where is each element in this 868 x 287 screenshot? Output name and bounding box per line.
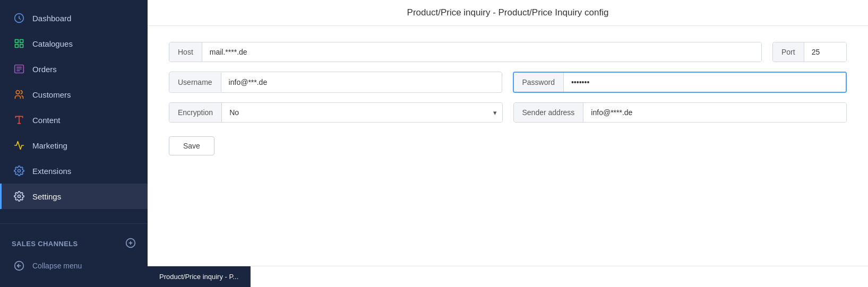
- sidebar-item-extensions-label: Extensions: [32, 167, 71, 176]
- svg-point-14: [18, 170, 21, 172]
- host-port-row: Host Port: [169, 42, 847, 62]
- main-content: Product/Price inquiry - Product/Price In…: [148, 0, 868, 287]
- sidebar-item-content[interactable]: Content: [0, 107, 148, 133]
- sidebar-item-customers-label: Customers: [32, 90, 71, 99]
- svg-point-11: [16, 91, 20, 94]
- collapse-menu-label: Collapse menu: [32, 262, 82, 270]
- tab-bar: Product/Price inquiry - P...: [148, 266, 868, 287]
- add-sales-channel-button[interactable]: [125, 238, 136, 250]
- sidebar-item-dashboard-label: Dashboard: [32, 14, 71, 23]
- settings-icon: [13, 190, 25, 202]
- sender-address-label: Sender address: [514, 103, 584, 122]
- sidebar-bottom: Sales Channels Collapse menu: [0, 223, 148, 287]
- host-input[interactable]: [202, 42, 761, 62]
- sidebar-item-dashboard[interactable]: Dashboard: [0, 5, 148, 31]
- sidebar-item-marketing[interactable]: Marketing: [0, 133, 148, 158]
- sidebar-item-extensions[interactable]: Extensions: [0, 158, 148, 184]
- username-input[interactable]: [221, 73, 502, 92]
- sidebar-item-catalogues[interactable]: Catalogues: [0, 31, 148, 56]
- dashboard-icon: [13, 12, 25, 24]
- svg-rect-3: [15, 40, 19, 43]
- svg-rect-4: [20, 40, 23, 43]
- password-field: Password: [513, 72, 847, 93]
- tab-product-price-inquiry[interactable]: Product/Price inquiry - P...: [148, 266, 251, 287]
- port-label: Port: [773, 42, 804, 62]
- host-field: Host: [169, 42, 762, 62]
- svg-point-15: [18, 195, 21, 198]
- save-row: Save: [169, 132, 847, 155]
- password-label: Password: [514, 73, 564, 92]
- port-input[interactable]: [804, 42, 846, 62]
- sender-address-field: Sender address: [513, 102, 847, 123]
- svg-rect-6: [20, 45, 23, 48]
- sidebar-item-collapse-menu[interactable]: Collapse menu: [0, 253, 148, 279]
- collapse-menu-icon: [13, 260, 25, 272]
- content-icon: [13, 114, 25, 126]
- sidebar-item-marketing-label: Marketing: [32, 141, 67, 150]
- encryption-field: Encryption No SSL TLS STARTTLS ▾: [169, 102, 503, 123]
- svg-line-2: [19, 18, 21, 20]
- sidebar-item-settings[interactable]: Settings: [0, 184, 148, 209]
- encryption-select[interactable]: No SSL TLS STARTTLS: [222, 103, 502, 122]
- password-input[interactable]: [564, 73, 846, 92]
- sidebar-item-content-label: Content: [32, 116, 61, 125]
- username-field: Username: [169, 72, 502, 93]
- sender-address-input[interactable]: [583, 103, 846, 122]
- sidebar-nav: Dashboard Catalogues Orders: [0, 0, 148, 223]
- encryption-sender-row: Encryption No SSL TLS STARTTLS ▾ Sender …: [169, 102, 847, 123]
- sidebar-item-catalogues-label: Catalogues: [32, 39, 73, 48]
- encryption-label: Encryption: [169, 103, 222, 122]
- sidebar-item-customers[interactable]: Customers: [0, 82, 148, 107]
- host-label: Host: [169, 42, 202, 62]
- sidebar-item-settings-label: Settings: [32, 192, 61, 201]
- sales-channels-label: Sales Channels: [12, 240, 78, 248]
- sidebar-item-orders[interactable]: Orders: [0, 56, 148, 82]
- sidebar-item-orders-label: Orders: [32, 65, 57, 74]
- username-label: Username: [169, 73, 221, 92]
- sidebar: Dashboard Catalogues Orders: [0, 0, 148, 287]
- username-password-row: Username Password: [169, 72, 847, 93]
- sales-channels-header: Sales Channels: [0, 232, 148, 253]
- form-area: Host Port Username Password Encryption: [148, 26, 868, 266]
- encryption-select-wrapper: No SSL TLS STARTTLS ▾: [222, 103, 502, 122]
- port-field: Port: [772, 42, 847, 62]
- orders-icon: [13, 63, 25, 75]
- svg-rect-5: [15, 45, 19, 48]
- page-title: Product/Price inquiry - Product/Price In…: [148, 0, 868, 26]
- catalogues-icon: [13, 38, 25, 49]
- save-button[interactable]: Save: [169, 136, 214, 155]
- customers-icon: [13, 89, 25, 100]
- marketing-icon: [13, 140, 25, 151]
- extensions-icon: [13, 165, 25, 177]
